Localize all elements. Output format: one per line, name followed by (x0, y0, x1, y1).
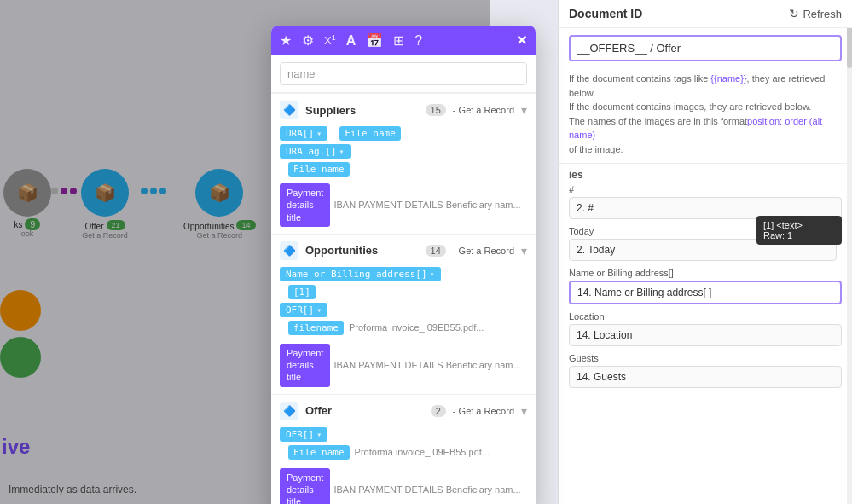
refresh-button[interactable]: ↻ Refresh (789, 7, 842, 20)
suppliers-chips: URA[] ▾ File name URA ag.[] ▾ File name (271, 123, 536, 182)
opps-icon: 🔷 (280, 241, 298, 260)
chip-filename-sub1[interactable]: File name (339, 126, 401, 141)
opps-chips: Name or Billing address[] ▾ [1] OFR[] ▾ … (271, 264, 536, 342)
section-opportunities[interactable]: 🔷 Opportunities 14 - Get a Record ▾ (271, 234, 536, 264)
chip-filename-sub2[interactable]: File name (288, 162, 350, 177)
opps-filename-preview: Proforma invoice_ 09EB55.pdf... (349, 322, 484, 333)
name-billing-field: Name or Billing address[] 14. Name or Bi… (569, 268, 842, 304)
suppliers-payment-preview: IBAN PAYMENT DETAILS Beneficiary nam... (333, 200, 520, 210)
suppliers-icon: 🔷 (280, 101, 298, 119)
calendar-icon[interactable]: 📅 (366, 32, 383, 49)
suppliers-subtitle: - Get a Record (453, 105, 514, 115)
offer-payment-row: Payment details title IBAN PAYMENT DETAI… (271, 466, 536, 504)
today-field: Today 2. Today [1] <text> Raw: 1 (569, 226, 842, 261)
offer-payment-preview: IBAN PAYMENT DETAILS Beneficiary nam... (333, 484, 520, 495)
location-label: Location (569, 311, 842, 322)
chip-filename-sub3[interactable]: filename (288, 321, 344, 335)
chip-ura-label[interactable]: URA[] ▾ (280, 126, 327, 141)
close-icon[interactable]: ✕ (516, 32, 527, 49)
right-panel: Document ID ↻ Refresh If the document co… (558, 0, 852, 504)
chip-ofr: OFR[] ▾ (280, 303, 527, 317)
name-billing-value: 14. Name or Billing address[ ] (569, 281, 842, 304)
suppliers-title: Suppliers (305, 104, 419, 117)
chip-ofr2-label[interactable]: OFR[] ▾ (280, 427, 327, 442)
doc-id-title: Document ID (569, 7, 642, 20)
info-text: If the document contains tags like {{nam… (559, 68, 852, 163)
guests-label: Guests (569, 353, 842, 363)
chip-ura: URA[] ▾ (280, 126, 327, 141)
opps-payment-row: Payment details title IBAN PAYMENT DETAI… (271, 342, 536, 391)
opps-chevron[interactable]: ▾ (521, 244, 527, 258)
location-value: 14. Location (569, 324, 842, 346)
offer-chevron[interactable]: ▾ (521, 404, 527, 418)
chip-name-billing: Name or Billing address[] ▾ (280, 267, 527, 281)
suppliers-chevron[interactable]: ▾ (521, 103, 527, 117)
offer-icon: 🔷 (280, 402, 298, 420)
scrollbar[interactable] (847, 0, 852, 504)
chip-filename-1: File name (339, 126, 401, 141)
offer-chips: OFR[] ▾ File name Proforma invoice_ 09EB… (271, 424, 536, 466)
opps-badge: 14 (426, 245, 446, 257)
section-offer[interactable]: 🔷 Offer 2 - Get a Record ▾ (271, 394, 536, 424)
chip-filename-2: File name (288, 162, 350, 175)
guests-field: Guests 14. Guests (569, 353, 842, 388)
opps-payment-preview: IBAN PAYMENT DETAILS Beneficiary nam... (333, 360, 520, 370)
offer-payment-chip[interactable]: Payment details title (280, 468, 330, 504)
suppliers-badge: 15 (426, 104, 446, 116)
chip-ura-ag-label[interactable]: URA ag.[] ▾ (280, 144, 351, 159)
offer-badge: 2 (431, 405, 446, 417)
hash-value: 2. # (569, 197, 842, 219)
chip-filename-4: File name Proforma invoice_ 09EB55.pdf..… (288, 445, 490, 460)
chip-ura-ag: URA ag.[] ▾ (280, 144, 527, 159)
text-icon[interactable]: A (346, 33, 356, 49)
tags-title: ies (569, 169, 842, 181)
opps-subtitle: - Get a Record (453, 246, 514, 256)
chip-ofr2: OFR[] ▾ (280, 427, 527, 442)
chip-name-billing-label[interactable]: Name or Billing address[] ▾ (280, 267, 441, 281)
chip-1: [1] (288, 285, 316, 298)
opps-payment-chip[interactable]: Payment details title (280, 344, 330, 387)
search-input[interactable] (280, 62, 527, 85)
gear-icon[interactable]: ⚙ (302, 32, 314, 49)
offer-subtitle: - Get a Record (453, 406, 514, 416)
help-icon[interactable]: ? (414, 33, 422, 49)
refresh-label: Refresh (803, 8, 842, 20)
suppliers-payment-chip[interactable]: Payment details title (280, 183, 330, 227)
modal-search (271, 55, 536, 93)
tags-section: ies # 2. # Today 2. Today [1] <text> Raw… (559, 163, 852, 400)
chip-filename-sub4[interactable]: File name (288, 445, 350, 460)
right-panel-header: Document ID ↻ Refresh (559, 0, 852, 28)
offer-filename-preview: Proforma invoice_ 09EB55.pdf... (355, 447, 490, 457)
chip-filename-3: filename Proforma invoice_ 09EB55.pdf... (288, 321, 484, 335)
section-suppliers[interactable]: 🔷 Suppliers 15 - Get a Record ▾ (271, 93, 536, 123)
today-value: 2. Today (569, 239, 837, 261)
guests-value: 14. Guests (569, 366, 842, 388)
superscript-icon[interactable]: X1 (324, 33, 336, 47)
hash-field: # 2. # (569, 184, 842, 219)
offer-title: Offer (305, 404, 424, 417)
refresh-icon: ↻ (789, 7, 799, 20)
location-field: Location 14. Location (569, 311, 842, 346)
modal-toolbar: ★ ⚙ X1 A 📅 ⊞ ? ✕ (271, 26, 536, 55)
today-label: Today (569, 226, 842, 236)
name-billing-label: Name or Billing address[] (569, 268, 842, 278)
chip-1-label[interactable]: [1] (288, 285, 316, 299)
modal-panel: ★ ⚙ X1 A 📅 ⊞ ? ✕ 🔷 Suppliers 15 - Get a … (271, 26, 536, 504)
star-icon[interactable]: ★ (280, 32, 292, 49)
chip-ofr-label[interactable]: OFR[] ▾ (280, 303, 327, 317)
hash-label: # (569, 184, 842, 194)
opps-title: Opportunities (305, 244, 419, 257)
table-icon[interactable]: ⊞ (393, 32, 404, 49)
suppliers-payment-row: Payment details title IBAN PAYMENT DETAI… (271, 182, 536, 230)
doc-id-input[interactable] (569, 35, 842, 61)
